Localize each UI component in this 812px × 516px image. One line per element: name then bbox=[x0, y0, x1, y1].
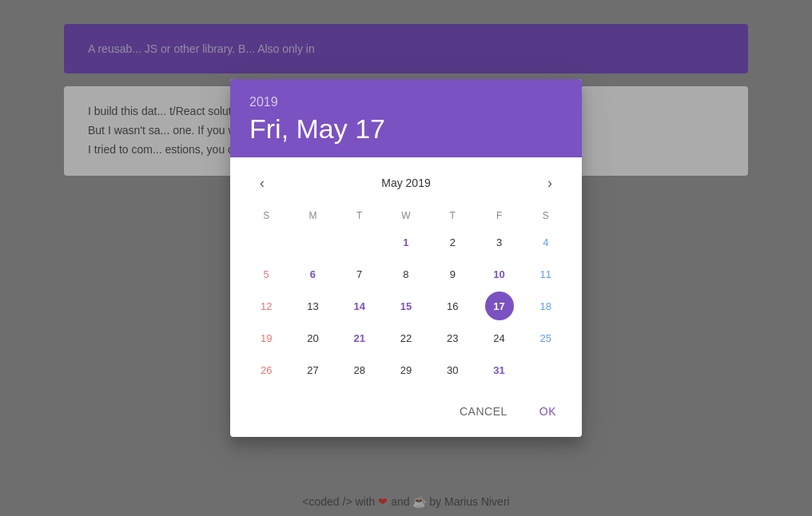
weekday-header-s-0: S bbox=[243, 205, 289, 226]
calendar-cell: 16 bbox=[429, 290, 476, 322]
day-button-2[interactable]: 2 bbox=[438, 228, 467, 256]
calendar-week-0: 1234 bbox=[243, 226, 569, 258]
day-button-14[interactable]: 14 bbox=[345, 292, 374, 320]
calendar-cell: 22 bbox=[383, 322, 429, 354]
calendar-cell: 15 bbox=[383, 290, 429, 322]
calendar-cell bbox=[289, 226, 336, 258]
day-button-10[interactable]: 10 bbox=[485, 260, 514, 288]
calendar-cell: 10 bbox=[476, 258, 522, 290]
month-label: May 2019 bbox=[381, 177, 430, 189]
calendar-week-2: 12131415161718 bbox=[243, 290, 569, 322]
day-button-18[interactable]: 18 bbox=[531, 292, 560, 320]
calendar-week-4: 262728293031 bbox=[243, 354, 569, 386]
day-button-25[interactable]: 25 bbox=[531, 323, 560, 352]
weekday-header-w-3: W bbox=[383, 205, 429, 226]
day-button-5[interactable]: 5 bbox=[252, 260, 281, 288]
day-button-9[interactable]: 9 bbox=[438, 260, 467, 288]
calendar-cell: 5 bbox=[243, 258, 289, 290]
calendar-cell: 8 bbox=[383, 258, 429, 290]
datepicker-date: Fri, May 17 bbox=[249, 113, 563, 145]
ok-button[interactable]: OK bbox=[527, 399, 569, 424]
cancel-button[interactable]: CANCEL bbox=[447, 399, 520, 424]
calendar-grid: SMTWTFS 12345678910111213141516171819202… bbox=[243, 205, 569, 386]
calendar-cell: 27 bbox=[289, 354, 336, 386]
day-button-16[interactable]: 16 bbox=[438, 292, 467, 320]
datepicker-year: 2019 bbox=[249, 95, 563, 109]
day-button-4[interactable]: 4 bbox=[531, 228, 560, 256]
day-button-31[interactable]: 31 bbox=[485, 355, 514, 384]
calendar-cell: 28 bbox=[336, 354, 383, 386]
calendar-cell bbox=[336, 226, 383, 258]
day-button-8[interactable]: 8 bbox=[392, 260, 420, 288]
day-button-28[interactable]: 28 bbox=[345, 355, 374, 384]
day-button-12[interactable]: 12 bbox=[252, 292, 281, 320]
day-button-11[interactable]: 11 bbox=[531, 260, 560, 288]
weekday-header-t-2: T bbox=[336, 205, 383, 226]
calendar-cell: 13 bbox=[289, 290, 336, 322]
calendar-cell: 11 bbox=[523, 258, 569, 290]
day-button-24[interactable]: 24 bbox=[485, 323, 514, 352]
weekday-header-t-4: T bbox=[429, 205, 476, 226]
day-button-22[interactable]: 22 bbox=[392, 323, 420, 352]
calendar-cell: 29 bbox=[383, 354, 429, 386]
calendar-cell: 18 bbox=[523, 290, 569, 322]
calendar-cell: 14 bbox=[336, 290, 383, 322]
day-button-19[interactable]: 19 bbox=[252, 323, 281, 352]
modal-overlay: 2019 Fri, May 17 ‹ May 2019 › SMTWTFS 12… bbox=[0, 0, 812, 516]
day-button-27[interactable]: 27 bbox=[298, 355, 327, 384]
day-button-21[interactable]: 21 bbox=[345, 323, 374, 352]
day-button-23[interactable]: 23 bbox=[438, 323, 467, 352]
weekday-header-f-5: F bbox=[476, 205, 522, 226]
calendar-cell: 19 bbox=[243, 322, 289, 354]
day-button-6[interactable]: 6 bbox=[298, 260, 327, 288]
datepicker-actions: CANCEL OK bbox=[230, 392, 582, 437]
calendar-cell: 26 bbox=[243, 354, 289, 386]
calendar-cell: 7 bbox=[336, 258, 383, 290]
calendar-cell: 17 bbox=[476, 290, 522, 322]
calendar-cell: 24 bbox=[476, 322, 522, 354]
day-button-26[interactable]: 26 bbox=[252, 355, 281, 384]
day-button-1[interactable]: 1 bbox=[392, 228, 420, 256]
calendar-week-1: 567891011 bbox=[243, 258, 569, 290]
prev-month-button[interactable]: ‹ bbox=[249, 170, 275, 196]
weekday-header-row: SMTWTFS bbox=[243, 205, 569, 226]
day-button-30[interactable]: 30 bbox=[438, 355, 467, 384]
calendar-cell: 23 bbox=[429, 322, 476, 354]
day-button-29[interactable]: 29 bbox=[392, 355, 420, 384]
calendar-cell: 25 bbox=[523, 322, 569, 354]
calendar-cell: 9 bbox=[429, 258, 476, 290]
calendar-cell bbox=[243, 226, 289, 258]
datepicker-body: ‹ May 2019 › SMTWTFS 1234567891011121314… bbox=[230, 157, 582, 392]
calendar-nav: ‹ May 2019 › bbox=[243, 164, 569, 202]
day-button-7[interactable]: 7 bbox=[345, 260, 374, 288]
next-month-button[interactable]: › bbox=[537, 170, 563, 196]
calendar-cell: 21 bbox=[336, 322, 383, 354]
weekday-header-s-6: S bbox=[523, 205, 569, 226]
calendar-cell: 6 bbox=[289, 258, 336, 290]
calendar-cell: 4 bbox=[523, 226, 569, 258]
weekday-header-m-1: M bbox=[289, 205, 336, 226]
calendar-cell: 12 bbox=[243, 290, 289, 322]
calendar-week-3: 19202122232425 bbox=[243, 322, 569, 354]
calendar-cell bbox=[523, 354, 569, 386]
datepicker-dialog: 2019 Fri, May 17 ‹ May 2019 › SMTWTFS 12… bbox=[230, 79, 582, 438]
day-button-15[interactable]: 15 bbox=[392, 292, 420, 320]
day-button-17[interactable]: 17 bbox=[485, 292, 514, 320]
calendar-cell: 30 bbox=[429, 354, 476, 386]
calendar-cell: 3 bbox=[476, 226, 522, 258]
calendar-cell: 2 bbox=[429, 226, 476, 258]
calendar-cell: 31 bbox=[476, 354, 522, 386]
calendar-cell: 1 bbox=[383, 226, 429, 258]
day-button-20[interactable]: 20 bbox=[298, 323, 327, 352]
datepicker-header: 2019 Fri, May 17 bbox=[230, 79, 582, 158]
day-button-3[interactable]: 3 bbox=[485, 228, 514, 256]
calendar-cell: 20 bbox=[289, 322, 336, 354]
day-button-13[interactable]: 13 bbox=[298, 292, 327, 320]
